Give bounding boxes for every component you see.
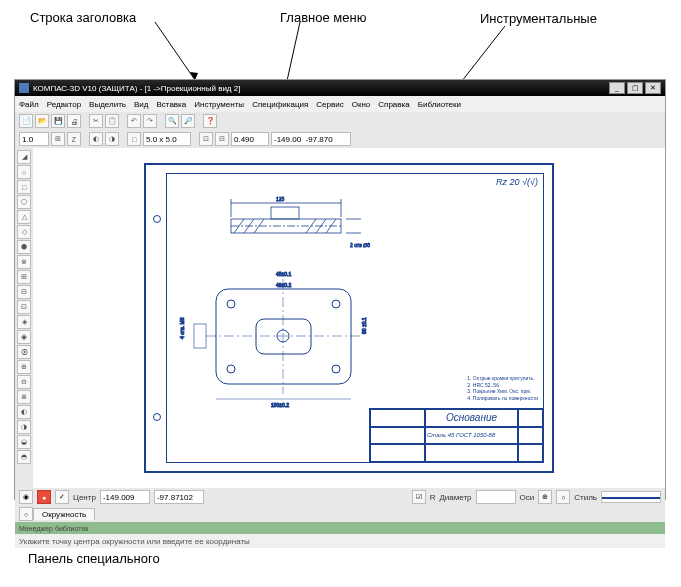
vt-10[interactable]: ⊡ <box>17 300 31 314</box>
open-icon[interactable]: 📂 <box>35 114 49 128</box>
vt-15[interactable]: ⊖ <box>17 375 31 389</box>
menu-libs[interactable]: Библиотеки <box>418 100 461 109</box>
svg-text:4 отв. М6: 4 отв. М6 <box>179 317 185 339</box>
drawing-sheet: Rz 20 √(√) <box>144 163 554 473</box>
paste-icon[interactable]: 📋 <box>105 114 119 128</box>
vt-14[interactable]: ⊕ <box>17 360 31 374</box>
menu-tools[interactable]: Инструменты <box>194 100 244 109</box>
vt-16[interactable]: ⊗ <box>17 390 31 404</box>
compact-panel: ◢ ○ □ ⬡ △ ◇ ⬢ ※ ⊞ ⊟ ⊡ ◈ ◉ ⦿ ⊕ ⊖ ⊗ ◐ ◑ ◒ … <box>15 148 33 488</box>
svg-text:180±0.2: 180±0.2 <box>271 402 289 408</box>
standard-toolbar: 📄 📂 💾 🖨 ✂ 📋 ↶ ↷ 🔍 🔎 ❓ <box>15 112 665 130</box>
maximize-button[interactable]: ▢ <box>627 82 643 94</box>
r-label: R <box>430 493 436 502</box>
undo-icon[interactable]: ↶ <box>127 114 141 128</box>
properties-panel: ◉ ● ✓ Центр ☑ R Диаметр Оси ⊕ ○ Стиль <box>15 488 665 506</box>
menu-service[interactable]: Сервис <box>316 100 343 109</box>
svg-rect-28 <box>216 289 351 384</box>
diam-input[interactable] <box>476 490 516 504</box>
vt-4[interactable]: △ <box>17 210 31 224</box>
tb-btn-f[interactable]: ⊡ <box>199 132 213 146</box>
window-title: КОМПАС-3D V10 (ЗАЩИТА) - [1 ->Проекционн… <box>33 84 240 93</box>
vt-18[interactable]: ◑ <box>17 420 31 434</box>
svg-rect-29 <box>256 319 311 354</box>
canvas[interactable]: Rz 20 √(√) <box>33 148 665 488</box>
work-area: ◢ ○ □ ⬡ △ ◇ ⬢ ※ ⊞ ⊟ ⊡ ◈ ◉ ⦿ ⊕ ⊖ ⊗ ◐ ◑ ◒ … <box>15 148 665 488</box>
vt-8[interactable]: ⊞ <box>17 270 31 284</box>
technical-drawing: 125 2 отв ∅8 <box>176 189 436 419</box>
vt-19[interactable]: ◒ <box>17 435 31 449</box>
vt-17[interactable]: ◐ <box>17 405 31 419</box>
style-dropdown[interactable] <box>601 491 661 503</box>
app-icon <box>19 83 29 93</box>
tab-circle[interactable]: Окружность <box>33 508 95 520</box>
vt-9[interactable]: ⊟ <box>17 285 31 299</box>
close-button[interactable]: ✕ <box>645 82 661 94</box>
vt-11[interactable]: ◈ <box>17 315 31 329</box>
menu-file[interactable]: Файл <box>19 100 39 109</box>
svg-point-32 <box>227 365 235 373</box>
vt-3[interactable]: ⬡ <box>17 195 31 209</box>
save-icon[interactable]: 💾 <box>51 114 65 128</box>
tb-btn-c[interactable]: ◐ <box>89 132 103 146</box>
app-window: КОМПАС-3D V10 (ЗАЩИТА) - [1 ->Проекционн… <box>14 79 666 500</box>
svg-text:49±0.2: 49±0.2 <box>276 282 291 288</box>
tb-btn-g[interactable]: ⊟ <box>215 132 229 146</box>
zoom-input[interactable] <box>231 132 269 146</box>
axes-no[interactable]: ○ <box>556 490 570 504</box>
menu-view[interactable]: Вид <box>134 100 148 109</box>
svg-point-31 <box>332 300 340 308</box>
vt-13[interactable]: ⦿ <box>17 345 31 359</box>
vt-7[interactable]: ※ <box>17 255 31 269</box>
menu-window[interactable]: Окно <box>352 100 371 109</box>
tb-btn-e[interactable]: □ <box>127 132 141 146</box>
help-icon[interactable]: ❓ <box>203 114 217 128</box>
redo-icon[interactable]: ↷ <box>143 114 157 128</box>
annot-mainmenu: Главное меню <box>280 10 366 25</box>
grid-input[interactable] <box>143 132 191 146</box>
new-icon[interactable]: 📄 <box>19 114 33 128</box>
cut-icon[interactable]: ✂ <box>89 114 103 128</box>
zoomout-icon[interactable]: 🔎 <box>181 114 195 128</box>
svg-text:125: 125 <box>276 196 285 202</box>
style-label: Стиль <box>574 493 597 502</box>
axes-yes[interactable]: ⊕ <box>538 490 552 504</box>
diam-label: Диаметр <box>439 493 471 502</box>
axes-label: Оси <box>520 493 535 502</box>
scale-input[interactable] <box>19 132 49 146</box>
vt-5[interactable]: ◇ <box>17 225 31 239</box>
circle-icon[interactable]: ○ <box>19 507 33 521</box>
menu-insert[interactable]: Вставка <box>157 100 187 109</box>
vt-2[interactable]: □ <box>17 180 31 194</box>
vt-20[interactable]: ◓ <box>17 450 31 464</box>
svg-text:80 ±0.1: 80 ±0.1 <box>361 317 367 334</box>
prop-btn-1[interactable]: ◉ <box>19 490 33 504</box>
vt-6[interactable]: ⬢ <box>17 240 31 254</box>
vt-1[interactable]: ○ <box>17 165 31 179</box>
annot-toolbars: Инструментальные <box>480 11 597 26</box>
minimize-button[interactable]: _ <box>609 82 625 94</box>
svg-text:2 отв ∅8: 2 отв ∅8 <box>350 242 370 248</box>
tb-btn-b[interactable]: Z <box>67 132 81 146</box>
prop-btn-3[interactable]: ✓ <box>55 490 69 504</box>
library-manager-bar[interactable]: Менеджер библиотек <box>15 522 665 534</box>
menu-spec[interactable]: Спецификация <box>252 100 308 109</box>
zoomin-icon[interactable]: 🔍 <box>165 114 179 128</box>
r-checkbox[interactable]: ☑ <box>412 490 426 504</box>
svg-point-33 <box>332 365 340 373</box>
prop-stop-button[interactable]: ● <box>37 490 51 504</box>
tb-btn-d[interactable]: ◑ <box>105 132 119 146</box>
print-icon[interactable]: 🖨 <box>67 114 81 128</box>
menu-editor[interactable]: Редактор <box>47 100 81 109</box>
svg-rect-41 <box>194 324 206 348</box>
tb-btn-a[interactable]: ⊞ <box>51 132 65 146</box>
menu-help[interactable]: Справка <box>378 100 409 109</box>
menubar: Файл Редактор Выделить Вид Вставка Инстр… <box>15 96 665 112</box>
x-input[interactable] <box>100 490 150 504</box>
vt-12[interactable]: ◉ <box>17 330 31 344</box>
vt-0[interactable]: ◢ <box>17 150 31 164</box>
drawing-notes: 1. Острые кромки притупить. 2. HRC 52..5… <box>467 375 538 401</box>
svg-line-0 <box>155 22 195 80</box>
menu-select[interactable]: Выделить <box>89 100 126 109</box>
y-input[interactable] <box>154 490 204 504</box>
